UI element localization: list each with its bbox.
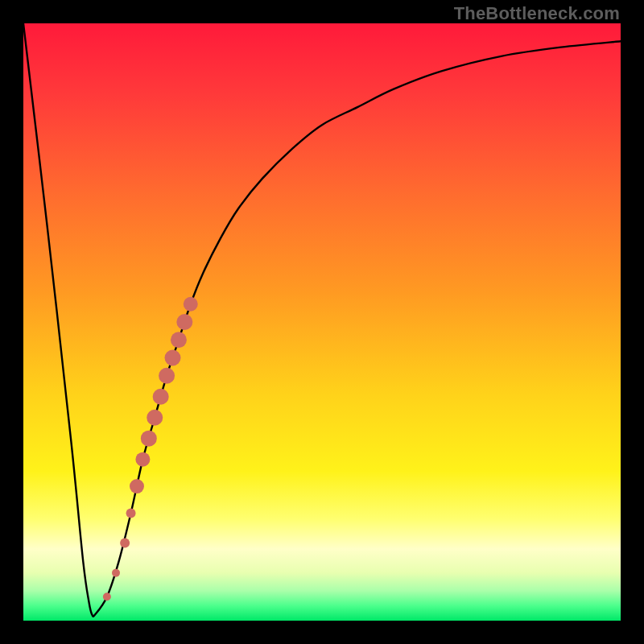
marker-point <box>126 508 136 518</box>
watermark-text: TheBottleneck.com <box>454 3 620 24</box>
marker-point <box>130 479 144 493</box>
marker-point <box>176 314 192 330</box>
marker-point <box>165 350 181 366</box>
marker-point <box>171 332 187 348</box>
plot-area <box>23 23 621 621</box>
marker-point <box>141 431 157 447</box>
marker-point <box>120 539 130 548</box>
marker-point <box>147 410 163 426</box>
marker-point <box>135 452 150 467</box>
marker-point <box>159 368 175 384</box>
marker-point <box>103 592 111 601</box>
chart-frame: TheBottleneck.com <box>0 0 644 644</box>
highlight-markers <box>103 297 198 601</box>
curve-layer <box>23 23 621 621</box>
marker-point <box>153 389 169 405</box>
bottleneck-curve <box>23 23 621 617</box>
marker-point <box>112 569 120 577</box>
marker-point <box>184 297 198 312</box>
